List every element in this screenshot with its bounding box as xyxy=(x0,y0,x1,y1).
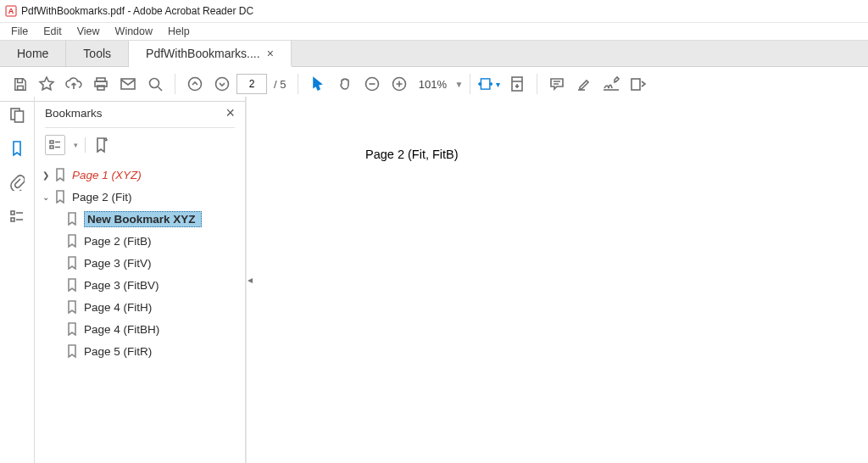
menu-window[interactable]: Window xyxy=(108,25,160,38)
zoom-dropdown-icon[interactable]: ▼ xyxy=(454,80,463,89)
print-icon[interactable] xyxy=(88,71,114,97)
bookmark-icon xyxy=(65,256,79,270)
bookmarks-panel: Bookmarks × ▾ ❯ Page 1 (XYZ) ⌄ Page 2 (F… xyxy=(35,97,246,463)
panel-options-dropdown-icon[interactable]: ▾ xyxy=(74,141,78,149)
panel-tools-separator xyxy=(85,137,86,153)
bookmark-tree: ❯ Page 1 (XYZ) ⌄ Page 2 (Fit) · New Book… xyxy=(35,160,245,369)
svg-rect-16 xyxy=(15,111,24,122)
sticky-note-icon[interactable] xyxy=(544,71,570,97)
tab-document-active[interactable]: PdfWithBookmarks.... × xyxy=(129,41,292,67)
tab-close-icon[interactable]: × xyxy=(267,47,274,60)
toolbar-separator xyxy=(298,74,298,94)
panel-title: Bookmarks xyxy=(45,107,103,120)
tab-home-label: Home xyxy=(17,47,48,60)
bookmark-label: Page 4 (FitBH) xyxy=(84,323,159,336)
tab-home[interactable]: Home xyxy=(0,41,66,66)
titlebar: A PdfWithBookmarks.pdf - Adobe Acrobat R… xyxy=(0,0,868,23)
toolbar-separator xyxy=(470,74,470,94)
cloud-upload-icon[interactable] xyxy=(61,71,86,97)
toolbar-separator xyxy=(537,74,537,94)
attachments-icon[interactable] xyxy=(6,171,28,193)
page-down-icon[interactable] xyxy=(209,71,235,97)
hand-pan-icon[interactable] xyxy=(332,71,358,97)
page-total-label: / 5 xyxy=(274,78,286,91)
svg-rect-18 xyxy=(11,218,14,221)
svg-text:A: A xyxy=(8,7,14,15)
bookmark-item-page1-xyz[interactable]: ❯ Page 1 (XYZ) xyxy=(40,164,240,186)
svg-rect-5 xyxy=(97,86,104,90)
bookmark-icon xyxy=(65,278,79,292)
bookmark-icon xyxy=(65,322,79,336)
menu-edit[interactable]: Edit xyxy=(36,25,70,38)
bookmark-label: New Bookmark XYZ xyxy=(84,211,202,227)
signature-icon[interactable] xyxy=(598,71,624,97)
nav-rail xyxy=(0,97,35,463)
bookmark-label: Page 3 (FitBV) xyxy=(84,279,159,292)
save-icon[interactable] xyxy=(7,71,32,97)
panel-divider xyxy=(45,127,235,128)
bookmark-label: Page 5 (FitR) xyxy=(84,345,152,358)
fit-page-icon[interactable] xyxy=(504,71,530,97)
svg-point-9 xyxy=(216,78,229,91)
tab-tools[interactable]: Tools xyxy=(66,41,129,66)
bookmark-item-page3-fitbv[interactable]: · Page 3 (FitBV) xyxy=(40,274,240,296)
zoom-out-icon[interactable] xyxy=(359,71,385,97)
bookmark-item-page5-fitr[interactable]: · Page 5 (FitR) xyxy=(40,340,240,362)
bookmark-icon xyxy=(65,212,79,226)
bookmark-icon xyxy=(65,344,79,358)
panel-header: Bookmarks × xyxy=(35,100,245,126)
star-icon[interactable] xyxy=(34,71,59,97)
tags-icon[interactable] xyxy=(6,205,28,227)
menubar: File Edit View Window Help xyxy=(0,23,868,41)
bookmarks-rail-icon[interactable] xyxy=(6,137,28,159)
bookmark-item-page4-fitbh[interactable]: · Page 4 (FitBH) xyxy=(40,318,240,340)
tab-tools-label: Tools xyxy=(83,47,111,60)
svg-rect-12 xyxy=(481,79,491,89)
svg-rect-19 xyxy=(50,141,53,143)
bookmark-icon xyxy=(53,168,67,181)
panel-tools: ▾ xyxy=(35,133,245,160)
panel-collapse-handle[interactable]: ◂ xyxy=(246,265,254,294)
svg-rect-2 xyxy=(17,86,23,90)
toolbar-separator xyxy=(175,74,175,94)
panel-close-icon[interactable]: × xyxy=(225,104,235,122)
page-text: Page 2 (Fit, FitB) xyxy=(365,148,459,161)
search-icon[interactable] xyxy=(142,71,168,97)
thumbnails-icon[interactable] xyxy=(6,103,28,126)
bookmark-label: Page 2 (FitB) xyxy=(84,235,152,248)
more-tools-icon[interactable] xyxy=(626,71,651,97)
page-up-icon[interactable] xyxy=(182,71,208,97)
bookmark-label: Page 2 (Fit) xyxy=(72,191,132,204)
panel-options-button[interactable] xyxy=(45,135,65,155)
bookmark-icon xyxy=(65,300,79,314)
page-number-input[interactable] xyxy=(236,74,267,94)
app-icon: A xyxy=(5,5,17,17)
document-view[interactable]: ◂ Page 2 (Fit, FitB) xyxy=(246,97,868,463)
selection-arrow-icon[interactable] xyxy=(305,71,331,97)
tab-strip: Home Tools PdfWithBookmarks.... × xyxy=(0,41,868,67)
main-body: Bookmarks × ▾ ❯ Page 1 (XYZ) ⌄ Page 2 (F… xyxy=(0,97,868,463)
new-bookmark-button[interactable] xyxy=(92,136,109,154)
bookmark-item-new-selected[interactable]: · New Bookmark XYZ xyxy=(40,208,240,230)
bookmark-label: Page 1 (XYZ) xyxy=(72,169,142,181)
zoom-level-label[interactable]: 101% xyxy=(414,78,451,91)
bookmark-label: Page 3 (FitV) xyxy=(84,257,152,270)
bookmark-item-page2-fitb[interactable]: · Page 2 (FitB) xyxy=(40,230,240,252)
menu-view[interactable]: View xyxy=(70,25,108,38)
menu-help[interactable]: Help xyxy=(160,25,198,38)
bookmark-item-page4-fith[interactable]: · Page 4 (FitH) xyxy=(40,296,240,318)
svg-rect-20 xyxy=(50,146,53,148)
bookmark-icon xyxy=(65,234,79,248)
svg-rect-14 xyxy=(632,79,640,90)
zoom-in-icon[interactable] xyxy=(387,71,412,97)
expand-icon[interactable]: ❯ xyxy=(40,170,52,180)
fit-width-icon[interactable]: ▾ xyxy=(477,71,503,97)
bookmark-label: Page 4 (FitH) xyxy=(84,301,152,314)
bookmark-item-page2-fit[interactable]: ⌄ Page 2 (Fit) xyxy=(40,186,240,208)
svg-point-8 xyxy=(189,78,202,91)
menu-file[interactable]: File xyxy=(3,25,36,38)
bookmark-item-page3-fitv[interactable]: · Page 3 (FitV) xyxy=(40,252,240,274)
highlight-icon[interactable] xyxy=(571,71,597,97)
collapse-icon[interactable]: ⌄ xyxy=(40,192,52,202)
email-icon[interactable] xyxy=(115,71,141,97)
